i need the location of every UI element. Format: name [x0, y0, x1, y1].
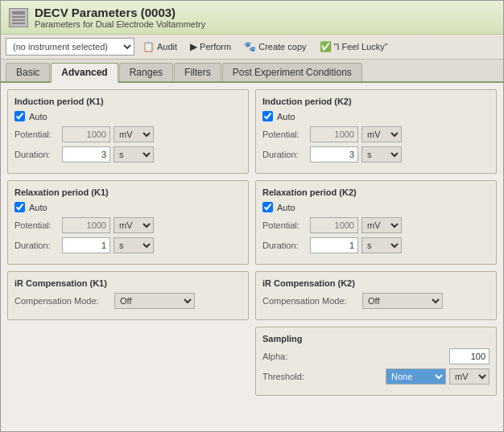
- induction-k1-title: Induction period (K1): [14, 97, 242, 106]
- lucky-icon: ✅: [320, 41, 332, 52]
- sampling-section: Sampling Alpha: Threshold: NoneLowMedium…: [255, 327, 497, 396]
- induction-k2-potential-unit[interactable]: mVV: [361, 126, 402, 142]
- right-column: Induction period (K2) Auto Potential: mV…: [255, 89, 497, 425]
- induction-k2-auto-row: Auto: [262, 111, 490, 121]
- relaxation-k2-potential-unit[interactable]: mVV: [361, 217, 402, 233]
- perform-button[interactable]: ▶ Perform: [185, 39, 236, 54]
- tab-filters[interactable]: Filters: [174, 63, 221, 81]
- tab-basic[interactable]: Basic: [6, 63, 50, 81]
- induction-k2-potential-input[interactable]: [310, 126, 358, 142]
- relaxation-k1-potential-unit[interactable]: mVV: [114, 217, 154, 233]
- relaxation-k1-duration-label: Duration:: [14, 241, 59, 250]
- window-icon: [9, 8, 28, 27]
- induction-k1-potential-label: Potential:: [14, 130, 59, 139]
- relaxation-k1-section: Relaxation period (K1) Auto Potential: m…: [7, 180, 249, 265]
- induction-k1-auto-row: Auto: [14, 111, 242, 121]
- relaxation-k2-potential-input[interactable]: [310, 217, 358, 233]
- alpha-row: Alpha:: [262, 348, 490, 364]
- induction-k2-section: Induction period (K2) Auto Potential: mV…: [255, 89, 497, 174]
- induction-k1-section: Induction period (K1) Auto Potential: mV…: [7, 89, 249, 174]
- induction-k2-duration-row: Duration: sms: [262, 146, 490, 163]
- induction-k2-auto-checkbox[interactable]: [262, 111, 273, 121]
- relaxation-k1-duration-unit[interactable]: sms: [114, 237, 154, 253]
- relaxation-k2-duration-row: Duration: sms: [262, 237, 490, 253]
- induction-k1-duration-label: Duration:: [14, 150, 59, 159]
- threshold-select[interactable]: NoneLowMediumHigh: [386, 368, 446, 385]
- relaxation-k1-auto-label: Auto: [29, 203, 48, 212]
- copy-icon: 🐾: [244, 41, 256, 52]
- relaxation-k2-auto-checkbox[interactable]: [262, 202, 273, 212]
- svg-rect-2: [12, 19, 25, 21]
- main-window: DECV Parameters (0003) Parameters for Du…: [0, 0, 504, 432]
- induction-k1-duration-input[interactable]: [62, 146, 110, 163]
- perform-icon: ▶: [190, 41, 197, 52]
- tab-post-experiment[interactable]: Post Experiment Conditions: [222, 63, 362, 81]
- relaxation-k2-title: Relaxation period (K2): [262, 187, 490, 197]
- toolbar: (no instrument selected) 📋 Audit ▶ Perfo…: [1, 35, 503, 60]
- ir-k2-section: iR Compensation (K2) Compensation Mode: …: [255, 271, 497, 320]
- induction-k2-duration-unit[interactable]: sms: [361, 146, 402, 163]
- relaxation-k2-duration-label: Duration:: [262, 241, 307, 250]
- ir-k1-title: iR Compensation (K1): [14, 278, 242, 288]
- induction-k2-duration-label: Duration:: [262, 150, 307, 159]
- relaxation-k1-potential-input[interactable]: [62, 217, 110, 233]
- threshold-row: Threshold: NoneLowMediumHigh mVV: [262, 368, 490, 385]
- alpha-input[interactable]: [449, 348, 490, 364]
- relaxation-k2-auto-row: Auto: [262, 202, 490, 212]
- instrument-select[interactable]: (no instrument selected): [6, 38, 134, 56]
- feel-lucky-button[interactable]: ✅ "I Feel Lucky": [315, 39, 393, 54]
- relaxation-k1-title: Relaxation period (K1): [14, 187, 242, 197]
- title-text: DECV Parameters (0003) Parameters for Du…: [35, 6, 205, 29]
- induction-k2-title: Induction period (K2): [262, 97, 490, 106]
- tabs-bar: Basic Advanced Ranges Filters Post Exper…: [1, 60, 503, 83]
- induction-k2-auto-label: Auto: [277, 112, 295, 121]
- relaxation-k1-auto-checkbox[interactable]: [14, 202, 25, 212]
- window-subtitle: Parameters for Dual Electrode Voltammetr…: [35, 19, 205, 29]
- ir-k1-section: iR Compensation (K1) Compensation Mode: …: [7, 271, 249, 320]
- sampling-title: Sampling: [262, 334, 490, 344]
- relaxation-k1-duration-input[interactable]: [62, 237, 110, 253]
- audit-button[interactable]: 📋 Audit: [138, 39, 182, 54]
- induction-k1-auto-checkbox[interactable]: [14, 111, 25, 121]
- induction-k1-potential-row: Potential: mVV: [14, 126, 242, 142]
- alpha-label: Alpha:: [262, 352, 327, 361]
- tab-advanced[interactable]: Advanced: [51, 63, 118, 83]
- ir-k1-mode-label: Compensation Mode:: [14, 296, 111, 306]
- relaxation-k2-section: Relaxation period (K2) Auto Potential: m…: [255, 180, 497, 265]
- relaxation-k1-duration-row: Duration: sms: [14, 237, 242, 253]
- relaxation-k1-auto-row: Auto: [14, 202, 242, 212]
- ir-k1-mode-row: Compensation Mode: OffManualAuto: [14, 293, 242, 309]
- induction-k2-potential-row: Potential: mVV: [262, 126, 490, 142]
- title-bar: DECV Parameters (0003) Parameters for Du…: [1, 1, 503, 35]
- ir-k2-mode-row: Compensation Mode: OffManualAuto: [262, 293, 490, 309]
- left-column: Induction period (K1) Auto Potential: mV…: [7, 89, 249, 425]
- svg-rect-1: [12, 16, 25, 18]
- relaxation-k2-potential-label: Potential:: [262, 220, 307, 230]
- ir-k2-title: iR Compensation (K2): [262, 278, 490, 288]
- induction-k2-duration-input[interactable]: [310, 146, 358, 163]
- relaxation-k2-potential-row: Potential: mVV: [262, 217, 490, 233]
- threshold-unit-select[interactable]: mVV: [449, 368, 490, 385]
- content-area: Induction period (K1) Auto Potential: mV…: [1, 83, 503, 431]
- induction-k1-duration-row: Duration: sms: [14, 146, 242, 163]
- relaxation-k2-auto-label: Auto: [277, 203, 295, 212]
- window-title: DECV Parameters (0003): [35, 6, 205, 19]
- induction-k2-potential-label: Potential:: [262, 130, 307, 139]
- relaxation-k1-potential-label: Potential:: [14, 220, 59, 230]
- svg-rect-0: [12, 11, 25, 14]
- relaxation-k2-duration-unit[interactable]: sms: [361, 237, 402, 253]
- induction-k1-potential-unit[interactable]: mVV: [114, 126, 154, 142]
- induction-k1-duration-unit[interactable]: sms: [114, 146, 154, 163]
- relaxation-k1-potential-row: Potential: mVV: [14, 217, 242, 233]
- induction-k1-auto-label: Auto: [29, 112, 48, 121]
- ir-k2-mode-label: Compensation Mode:: [262, 296, 359, 306]
- ir-k1-mode-select[interactable]: OffManualAuto: [114, 293, 195, 309]
- relaxation-k2-duration-input[interactable]: [310, 237, 358, 253]
- induction-k1-potential-input[interactable]: [62, 126, 110, 142]
- tab-ranges[interactable]: Ranges: [119, 63, 173, 81]
- ir-k2-mode-select[interactable]: OffManualAuto: [362, 293, 443, 309]
- svg-rect-3: [12, 23, 25, 24]
- audit-icon: 📋: [143, 41, 155, 52]
- create-copy-button[interactable]: 🐾 Create copy: [239, 39, 311, 54]
- threshold-label: Threshold:: [262, 372, 327, 381]
